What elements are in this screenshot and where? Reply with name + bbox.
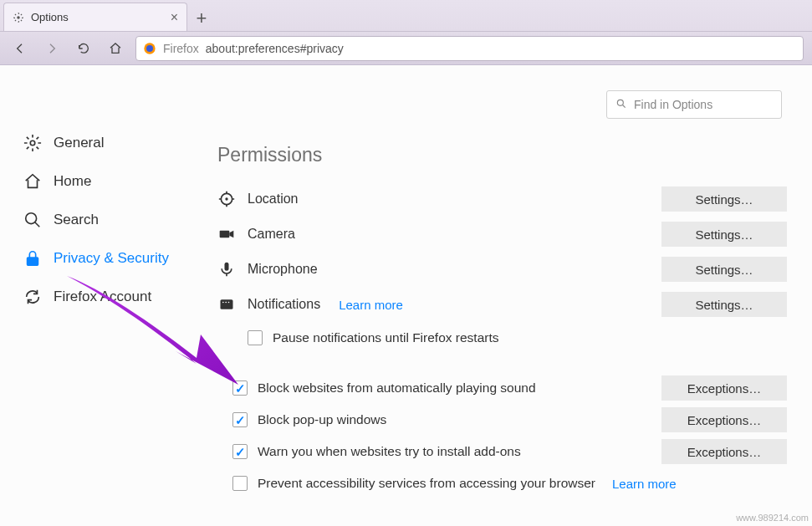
sidebar-item-label: Home — [54, 173, 91, 190]
svg-point-4 — [26, 213, 37, 224]
sidebar-item-home[interactable]: Home — [23, 162, 201, 201]
tab-title: Options — [31, 11, 69, 23]
camera-icon — [217, 225, 236, 243]
microphone-icon — [217, 260, 236, 278]
checkbox-label: Block pop-up windows — [258, 412, 651, 427]
permission-label: Location — [248, 192, 650, 207]
section-title-permissions: Permissions — [217, 144, 787, 166]
settings-button-microphone[interactable]: Settings… — [661, 257, 787, 282]
sidebar-item-label: Search — [54, 212, 99, 228]
checkbox-label: Pause notifications until Firefox restar… — [273, 330, 787, 345]
find-in-options-input[interactable]: Find in Options — [606, 90, 782, 119]
search-placeholder: Find in Options — [634, 98, 712, 111]
nav-toolbar: Firefox about:preferences#privacy — [0, 32, 812, 65]
sync-icon — [23, 288, 42, 306]
block-popup-checkbox[interactable] — [232, 412, 248, 427]
warn-addons-checkbox[interactable] — [232, 444, 248, 459]
notification-icon — [217, 295, 236, 314]
home-button[interactable] — [104, 37, 127, 60]
svg-point-12 — [222, 302, 224, 304]
svg-rect-9 — [220, 231, 230, 237]
gear-icon — [23, 134, 42, 152]
preferences-main: Find in Options Permissions Location Set… — [201, 65, 812, 526]
exceptions-button-popup[interactable]: Exceptions… — [661, 407, 787, 432]
learn-more-link-notifications[interactable]: Learn more — [339, 298, 403, 312]
browser-tab-options[interactable]: Options × — [3, 3, 187, 31]
lock-icon — [23, 249, 42, 268]
permission-label: Notifications — [248, 297, 320, 312]
svg-rect-11 — [221, 299, 233, 309]
block-sound-checkbox[interactable] — [232, 380, 248, 396]
location-icon — [217, 190, 236, 208]
svg-point-8 — [225, 197, 227, 200]
watermark-text: www.989214.com — [736, 513, 809, 523]
accessibility-checkbox[interactable] — [232, 476, 248, 491]
svg-point-14 — [228, 302, 230, 304]
exceptions-button-addons[interactable]: Exceptions… — [661, 439, 787, 464]
reload-button[interactable] — [72, 37, 95, 60]
url-text: about:preferences#privacy — [206, 42, 344, 55]
checkbox-row-accessibility: Prevent accessibility services from acce… — [217, 467, 787, 499]
sidebar-item-account[interactable]: Firefox Account — [23, 278, 201, 316]
preferences-page: General Home Search Privacy & Security F… — [0, 65, 812, 526]
sidebar-item-privacy[interactable]: Privacy & Security — [23, 239, 201, 278]
search-icon — [615, 98, 627, 112]
permission-row-location: Location Settings… — [217, 181, 787, 217]
svg-point-2 — [146, 45, 153, 52]
forward-button[interactable] — [40, 37, 64, 60]
tab-strip: Options × + — [0, 0, 812, 32]
checkbox-row-warn-addons: Warn you when websites try to install ad… — [217, 436, 787, 467]
home-icon — [23, 172, 42, 191]
learn-more-link-accessibility[interactable]: Learn more — [612, 477, 677, 491]
svg-point-13 — [225, 302, 227, 304]
url-context-label: Firefox — [163, 42, 199, 55]
firefox-icon — [143, 42, 156, 55]
svg-rect-10 — [225, 263, 229, 271]
svg-point-3 — [30, 140, 35, 146]
settings-button-location[interactable]: Settings… — [661, 186, 787, 212]
checkbox-row-popup: Block pop-up windows Exceptions… — [217, 404, 787, 436]
new-tab-button[interactable]: + — [187, 6, 216, 31]
search-icon — [23, 211, 42, 229]
sidebar-item-label: Privacy & Security — [54, 250, 169, 267]
permission-label: Microphone — [248, 262, 650, 277]
svg-point-0 — [17, 16, 20, 19]
pause-notifications-checkbox[interactable] — [248, 330, 263, 345]
preferences-sidebar: General Home Search Privacy & Security F… — [0, 65, 201, 526]
permission-row-microphone: Microphone Settings… — [217, 252, 787, 287]
checkbox-row-pause-notifications: Pause notifications until Firefox restar… — [217, 322, 787, 354]
sidebar-item-label: Firefox Account — [54, 289, 151, 305]
checkbox-label: Prevent accessibility services from acce… — [258, 476, 595, 491]
permission-row-camera: Camera Settings… — [217, 217, 787, 252]
permission-row-notifications: Notifications Learn more Settings… — [217, 287, 787, 322]
exceptions-button-sound[interactable]: Exceptions… — [661, 375, 787, 401]
svg-point-6 — [617, 100, 623, 105]
permission-label: Camera — [248, 227, 650, 242]
checkbox-label: Warn you when websites try to install ad… — [258, 444, 651, 459]
tab-close-button[interactable]: × — [171, 11, 178, 24]
sidebar-item-label: General — [54, 135, 104, 151]
checkbox-label: Block websites from automatically playin… — [258, 380, 651, 396]
sidebar-item-general[interactable]: General — [23, 124, 201, 162]
url-bar[interactable]: Firefox about:preferences#privacy — [135, 36, 804, 61]
gear-icon — [13, 12, 24, 23]
checkbox-row-block-sound: Block websites from automatically playin… — [217, 372, 787, 404]
settings-button-notifications[interactable]: Settings… — [661, 292, 787, 317]
svg-rect-5 — [28, 258, 38, 265]
sidebar-item-search[interactable]: Search — [23, 201, 201, 239]
settings-button-camera[interactable]: Settings… — [661, 222, 787, 247]
back-button[interactable] — [8, 37, 32, 60]
